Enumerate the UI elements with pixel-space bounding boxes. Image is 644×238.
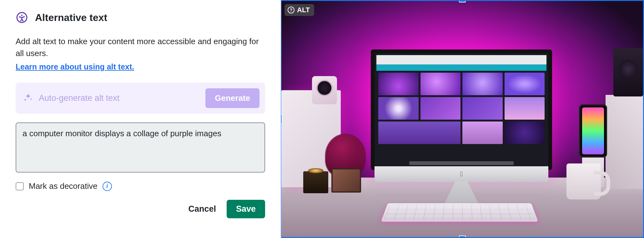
apple-logo-icon:  <box>460 170 463 178</box>
save-button[interactable]: Save <box>227 200 265 218</box>
image-preview[interactable]: ? ALT  <box>281 0 644 238</box>
decorative-row: Mark as decorative i <box>16 181 265 191</box>
decorative-label: Mark as decorative <box>29 181 98 191</box>
accessibility-icon <box>16 11 28 24</box>
panel-title: Alternative text <box>35 12 107 23</box>
panel-description: Add alt text to make your content more a… <box>16 36 265 59</box>
generate-button[interactable]: Generate <box>205 88 259 108</box>
selection-handle-left[interactable] <box>281 114 282 124</box>
cancel-button[interactable]: Cancel <box>185 200 219 218</box>
auto-generate-label: Auto-generate alt text <box>39 93 200 103</box>
help-icon: ? <box>288 7 294 13</box>
action-row: Cancel Save <box>16 200 265 218</box>
preview-image-content:  <box>281 1 643 237</box>
learn-more-link[interactable]: Learn more about using alt text. <box>16 62 134 71</box>
selection-handle-top[interactable] <box>459 0 466 3</box>
selection-handle-bottom[interactable] <box>459 235 466 238</box>
alt-text-panel: Alternative text Add alt text to make yo… <box>0 0 281 238</box>
sparkle-icon <box>23 93 33 104</box>
info-icon[interactable]: i <box>103 182 112 191</box>
auto-generate-bar: Auto-generate alt text Generate <box>16 83 265 114</box>
alt-badge-label: ALT <box>297 6 310 14</box>
svg-point-1 <box>21 15 23 16</box>
alt-text-input[interactable] <box>16 122 265 173</box>
alt-badge[interactable]: ? ALT <box>284 4 314 16</box>
panel-header: Alternative text <box>16 11 265 24</box>
decorative-checkbox[interactable] <box>16 182 24 190</box>
